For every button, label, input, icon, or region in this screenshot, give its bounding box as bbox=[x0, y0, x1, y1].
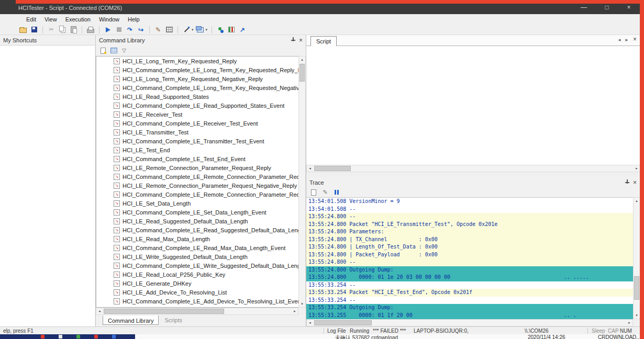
trace-line[interactable]: 13:55:24.800 Packet "HCI_LE_Transmitter_… bbox=[306, 221, 633, 229]
tree-item[interactable]: ↘HCI_LE_Read_Local_P256_Public_Key bbox=[96, 270, 298, 279]
trace-line[interactable]: 13:55:33.254 -- bbox=[306, 297, 633, 304]
run-icon[interactable] bbox=[104, 26, 112, 34]
menu-help[interactable]: Help bbox=[124, 16, 144, 22]
views-icon[interactable] bbox=[196, 26, 205, 34]
scroll-down-icon[interactable]: ▼ bbox=[299, 301, 305, 307]
tree-item[interactable]: ↘HCI_Command_Complete_LE_Long_Term_Key_R… bbox=[96, 65, 298, 74]
tree-item[interactable]: ↘HCI_LE_Add_Device_To_Resolving_List bbox=[96, 288, 298, 297]
close-document-icon[interactable]: × bbox=[633, 37, 637, 42]
trace-line[interactable]: 13:55:33.254 Packet "HCI_LE_Test_End", O… bbox=[306, 289, 633, 297]
tab-command-library[interactable]: Command Library bbox=[103, 315, 159, 325]
tree-item[interactable]: ↘HCI_LE_Read_Supported_States bbox=[96, 92, 298, 101]
tree-item[interactable]: ↘HCI_LE_Set_Data_Length bbox=[96, 199, 298, 208]
edit-trace-icon[interactable] bbox=[321, 188, 329, 197]
close-button[interactable]: × bbox=[621, 3, 637, 12]
tree-item[interactable]: ↘HCI_Command_Complete_LE_Write_Suggested… bbox=[96, 261, 298, 270]
tree-item[interactable]: ↘HCI_LE_Remote_Connection_Parameter_Requ… bbox=[96, 181, 298, 190]
tree-item[interactable]: ↘HCI_Command_Complete_LE_Read_Max_Data_L… bbox=[96, 243, 298, 252]
copy-trace-icon[interactable] bbox=[309, 188, 318, 197]
cut-icon[interactable] bbox=[47, 26, 55, 34]
trace-line[interactable]: 13:55:24.800 | TX_Channel : 0x00 bbox=[306, 236, 633, 244]
tree-item[interactable]: ↘HCI_LE_Receiver_Test bbox=[96, 110, 298, 119]
taskbar-app-icon[interactable] bbox=[59, 335, 62, 338]
taskbar-app-icon[interactable] bbox=[41, 335, 45, 338]
stop-icon[interactable] bbox=[115, 26, 123, 34]
filter-icon[interactable] bbox=[120, 47, 128, 55]
close-panel-icon[interactable]: × bbox=[633, 180, 637, 185]
scroll-up-icon[interactable]: ▲ bbox=[299, 56, 305, 63]
tree-item[interactable]: ↘HCI_Command_Complete_LE_Set_Data_Length… bbox=[96, 208, 298, 217]
scroll-right-icon[interactable]: ► bbox=[626, 320, 632, 326]
print-icon[interactable] bbox=[86, 26, 95, 34]
tree-item[interactable]: ↘HCI_LE_Transmitter_Test bbox=[96, 128, 298, 137]
view-mode-icon[interactable] bbox=[109, 47, 118, 55]
tree-item[interactable]: ↘HCI_LE_Write_Suggested_Default_Data_Len… bbox=[96, 252, 298, 261]
pin-icon[interactable] bbox=[625, 179, 630, 185]
trace-line[interactable]: 13:55:24.800 | Packet_Payload : 0x00 bbox=[306, 251, 633, 259]
taskbar-app-icon[interactable] bbox=[94, 335, 98, 338]
tree-item[interactable]: ↘HCI_Command_Complete_LE_Remote_Connecti… bbox=[96, 172, 298, 181]
tree-item[interactable]: ↘HCI_LE_Test_End bbox=[96, 145, 298, 154]
copy-icon[interactable] bbox=[58, 26, 66, 34]
clean-trace-icon[interactable] bbox=[154, 26, 162, 34]
trace-line[interactable]: 13:55:33.255 0000: 01 1f 20 00 .. . bbox=[306, 312, 633, 320]
menu-window[interactable]: Window bbox=[95, 16, 124, 22]
dropdown-caret-icon[interactable]: ▾ bbox=[206, 28, 208, 32]
tab-script[interactable]: Script bbox=[310, 36, 337, 46]
trace-line[interactable]: 13:55:24.800 -- bbox=[306, 258, 633, 266]
trace-line[interactable]: 13:54:01.508 -- bbox=[306, 206, 633, 213]
menu-edit[interactable]: Edit bbox=[22, 16, 40, 22]
command-tree-vertical-scrollbar[interactable]: ▲ ▼ bbox=[298, 56, 306, 308]
trace-line[interactable]: 13:55:24.800 0000: 01 1e 20 03 00 00 00 … bbox=[306, 274, 633, 281]
trace-line[interactable]: 13:55:24.800 -- bbox=[306, 213, 633, 221]
trace-line[interactable]: 13:55:33.254 -- bbox=[306, 281, 633, 289]
command-tree-horizontal-scrollbar[interactable]: ◄ ► bbox=[96, 308, 298, 315]
scrollbar-thumb[interactable] bbox=[314, 320, 372, 325]
scroll-left-icon[interactable]: ◄ bbox=[96, 308, 103, 314]
scroll-right-icon[interactable]: ► bbox=[292, 308, 298, 314]
scroll-lock-icon[interactable] bbox=[332, 188, 341, 197]
devices-icon[interactable] bbox=[216, 26, 225, 34]
tab-scroll-left-icon[interactable]: ◄ bbox=[617, 38, 621, 42]
tree-item[interactable]: ↘HCI_Command_Complete_LE_Read_Supported_… bbox=[96, 101, 298, 110]
script-horizontal-scrollbar[interactable]: ◄ ► bbox=[306, 165, 640, 172]
scroll-down-icon[interactable]: ▼ bbox=[634, 312, 640, 319]
minimize-button[interactable]: — bbox=[576, 3, 592, 12]
trace-line[interactable]: 13:55:24.800 | Length_Of_Test_Data : 0x0… bbox=[306, 243, 633, 251]
tab-scroll-right-icon[interactable]: ► bbox=[625, 38, 629, 42]
tree-item[interactable]: ↘HCI_Command_Complete_LE_Remote_Connecti… bbox=[96, 190, 298, 199]
menu-view[interactable]: View bbox=[40, 16, 61, 22]
step-out-icon[interactable] bbox=[137, 26, 145, 34]
open-icon[interactable] bbox=[19, 26, 27, 34]
tree-item[interactable]: ↘HCI_Command_Complete_LE_Add_Device_To_R… bbox=[96, 297, 298, 306]
script-editor[interactable] bbox=[306, 46, 640, 165]
options-grid-icon[interactable] bbox=[165, 26, 173, 34]
tree-item[interactable]: ↘HCI_Command_Complete_LE_Receiver_Test_E… bbox=[96, 119, 298, 128]
tree-item[interactable]: ↘HCI_LE_Long_Term_Key_Requested_Negative… bbox=[96, 74, 298, 83]
menu-execution[interactable]: Execution bbox=[61, 16, 95, 22]
trace-line[interactable]: 13:55:33.254 Outgoing Dump: bbox=[306, 304, 633, 312]
trace-line[interactable]: 13:55:24.800 Parameters: bbox=[306, 228, 633, 236]
scrollbar-thumb[interactable] bbox=[314, 166, 351, 171]
maximize-button[interactable]: □ bbox=[599, 3, 615, 12]
save-icon[interactable] bbox=[30, 26, 38, 34]
step-over-icon[interactable] bbox=[126, 26, 134, 34]
scrollbar-thumb[interactable] bbox=[634, 276, 639, 300]
trace-vertical-scrollbar[interactable]: ▲ ▼ bbox=[633, 197, 640, 319]
tree-item[interactable]: ↘HCI_LE_Read_Max_Data_Length bbox=[96, 234, 298, 243]
tree-item[interactable]: ↘HCI_LE_Long_Term_Key_Requested_Reply bbox=[96, 56, 298, 65]
trace-line[interactable]: 13:54:01.508 VersionMinor = 9 bbox=[306, 198, 633, 206]
scrollbar-thumb[interactable] bbox=[299, 64, 305, 82]
capture-icon[interactable] bbox=[227, 26, 236, 34]
pin-icon[interactable] bbox=[291, 37, 296, 43]
trace-horizontal-scrollbar[interactable]: ◄ ► bbox=[306, 319, 633, 326]
close-panel-icon[interactable]: × bbox=[299, 38, 303, 43]
connect-icon[interactable] bbox=[238, 26, 247, 34]
trace-line[interactable]: 13:55:24.800 Outgoing Dump: bbox=[306, 266, 633, 274]
macro-icon[interactable] bbox=[182, 26, 191, 34]
tree-item[interactable]: ↘HCI_LE_Remote_Connection_Parameter_Requ… bbox=[96, 163, 298, 172]
scroll-left-icon[interactable]: ◄ bbox=[307, 165, 313, 172]
tree-item[interactable]: ↘HCI_Command_Complete_LE_Read_Suggested_… bbox=[96, 225, 298, 234]
tree-item[interactable]: ↘HCI_Command_Complete_LE_Long_Term_Key_R… bbox=[96, 83, 298, 92]
scroll-left-icon[interactable]: ◄ bbox=[307, 320, 313, 326]
